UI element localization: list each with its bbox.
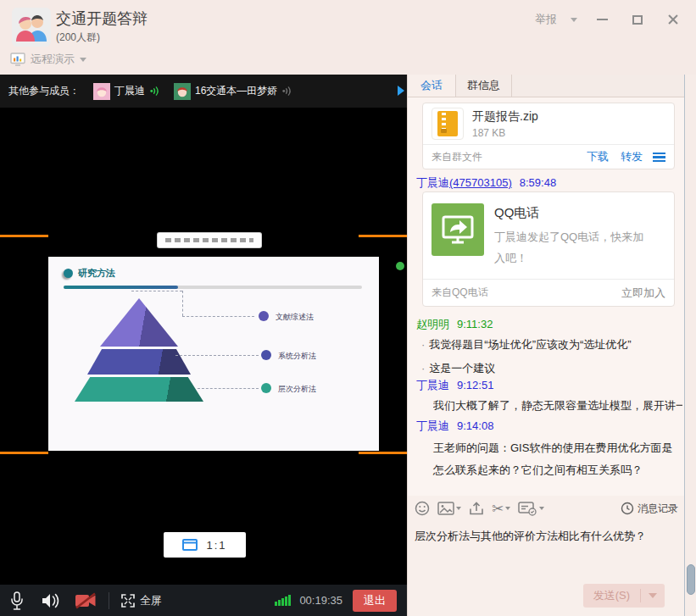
slide-item-label: 系统分析法 <box>278 351 316 362</box>
expand-participants-arrow-icon[interactable] <box>398 86 404 96</box>
camera-off-button[interactable] <box>75 592 97 609</box>
image-button[interactable] <box>437 502 461 515</box>
message-list[interactable]: 开题报告.zip 187 KB 来自群文件 下载 转发 丁晨迪(47570310… <box>408 97 685 496</box>
maximize-button[interactable] <box>626 10 649 29</box>
message-text: 王老师的问题：GIS软件的使用在费用优化方面是怎么联系起来的？它们之间有相互关系… <box>433 437 677 481</box>
participants-label: 其他参与成员： <box>8 84 80 98</box>
microphone-icon <box>10 591 24 610</box>
pyramid-tier-top <box>100 298 178 347</box>
pyramid-tier-bottom <box>75 377 203 402</box>
close-button[interactable] <box>662 10 684 29</box>
remote-demo-label: 远程演示 <box>31 52 75 67</box>
microphone-button[interactable] <box>10 591 24 610</box>
message-card-button[interactable] <box>518 501 544 516</box>
chat-toolbar: ✂ 消息记录 <box>408 496 685 521</box>
speaker-button[interactable] <box>41 592 61 609</box>
smiley-icon <box>415 501 430 516</box>
message-text: ·这是一个建议 <box>421 361 495 376</box>
qq-call-card[interactable]: QQ电话 丁晨迪发起了QQ电话，快来加入吧！ 来自QQ电话 立即加入 <box>422 191 675 307</box>
participants-strip: 其他参与成员： 丁晨迪 16交通本—田梦娇 <box>0 75 407 108</box>
fullscreen-icon <box>121 594 135 608</box>
image-icon <box>437 502 454 515</box>
report-button[interactable]: 举报 <box>535 12 557 27</box>
bullet: · <box>421 362 425 375</box>
sender-name: 丁晨迪 <box>416 176 449 189</box>
remote-demo-dropdown[interactable]: 远程演示 <box>10 52 86 67</box>
send-button[interactable]: 发送(S) <box>583 584 665 608</box>
message-history-button[interactable]: 消息记录 <box>621 502 678 516</box>
qq-call-source: 来自QQ电话 <box>432 286 621 300</box>
capture-marker-bottom-right <box>359 452 407 454</box>
zip-file-icon <box>432 108 464 140</box>
voice-idle-icon <box>281 86 292 97</box>
participant-dingchendi[interactable]: 丁晨迪 <box>93 83 160 100</box>
slide-divider-fill <box>64 286 178 289</box>
join-call-link[interactable]: 立即加入 <box>621 286 665 301</box>
report-chevron-down-icon[interactable] <box>571 18 577 22</box>
chat-panel: 会话 群信息 开题报告.zip 187 KB 来自群文件 下载 <box>407 75 696 616</box>
qq-call-icon <box>432 203 484 256</box>
presenter-floating-toolbar[interactable] <box>158 233 261 247</box>
file-card[interactable]: 开题报告.zip 187 KB 来自群文件 下载 转发 <box>422 103 675 169</box>
message-card-icon <box>518 501 537 516</box>
sender-uin[interactable]: (475703105) <box>449 176 512 189</box>
slide-item-dot <box>261 383 271 393</box>
send-options-chevron-icon[interactable] <box>649 593 657 598</box>
message-time: 8:59:48 <box>520 176 556 189</box>
presenter-toolbar-text <box>165 238 253 242</box>
slide-item-dot <box>261 350 271 360</box>
clock-icon <box>621 502 634 515</box>
minimize-button[interactable] <box>591 10 613 29</box>
upload-icon <box>469 501 484 516</box>
bullet: · <box>421 338 425 351</box>
capture-marker-top-right <box>359 235 407 237</box>
message-time: 9:14:08 <box>457 419 493 432</box>
slide-title-bullet-icon <box>64 269 73 278</box>
message-input[interactable]: 层次分析法与其他的评价方法相比有什么优势？ <box>408 521 685 576</box>
exit-call-button[interactable]: 退出 <box>353 590 397 612</box>
window-title: 交通开题答辩 <box>56 8 148 29</box>
chat-tabs: 会话 群信息 <box>408 75 696 97</box>
camera-off-icon <box>75 592 97 609</box>
call-control-bar: 全屏 00:19:35 退出 <box>0 585 407 616</box>
group-avatar[interactable] <box>12 8 51 47</box>
close-icon <box>667 14 679 25</box>
download-link[interactable]: 下载 <box>587 149 609 164</box>
file-source: 来自群文件 <box>432 150 575 164</box>
video-stage: 其他参与成员： 丁晨迪 16交通本—田梦娇 <box>0 75 407 585</box>
emoji-button[interactable] <box>415 501 430 516</box>
participant-tianmengjiao[interactable]: 16交通本—田梦娇 <box>174 83 292 100</box>
forward-link[interactable]: 转发 <box>621 149 643 164</box>
presentation-chart-icon <box>10 53 25 66</box>
message-sender: 赵明明9:11:32 <box>416 317 493 332</box>
divider <box>109 592 109 609</box>
maximize-icon <box>632 15 643 25</box>
fullscreen-button[interactable]: 全屏 <box>121 593 162 608</box>
ratio-1-1-button[interactable]: 1:1 <box>164 532 246 558</box>
chevron-down-icon <box>80 58 86 62</box>
message-history-label: 消息记录 <box>638 502 678 516</box>
connector-line <box>131 291 182 291</box>
participant-avatar <box>93 83 110 100</box>
sender-name: 丁晨迪 <box>416 419 449 432</box>
pyramid-tier-middle <box>87 349 191 375</box>
message-time: 9:11:32 <box>457 318 493 330</box>
message-sender: 丁晨迪(475703105)8:59:48 <box>416 175 556 191</box>
qq-call-card-body: QQ电话 丁晨迪发起了QQ电话，快来加入吧！ <box>423 192 674 269</box>
slide-title: 研究方法 <box>78 267 115 280</box>
connector-line <box>198 388 259 389</box>
file-menu-icon[interactable] <box>653 153 665 162</box>
scrollbar[interactable] <box>684 75 696 616</box>
sender-name: 赵明明 <box>416 318 449 330</box>
upload-button[interactable] <box>469 501 484 516</box>
scrollbar-thumb[interactable] <box>687 564 695 595</box>
voice-active-icon <box>149 86 160 97</box>
divider <box>640 589 641 602</box>
participant-avatar <box>174 83 191 100</box>
tab-session[interactable]: 会话 <box>408 75 456 97</box>
signal-strength-icon <box>275 595 291 606</box>
tab-group-info[interactable]: 群信息 <box>456 75 512 97</box>
screenshot-button[interactable]: ✂ <box>492 502 510 516</box>
slide-divider-bar <box>64 286 362 289</box>
title-bar: 交通开题答辩 (200人群) 远程演示 举报 <box>0 0 696 75</box>
